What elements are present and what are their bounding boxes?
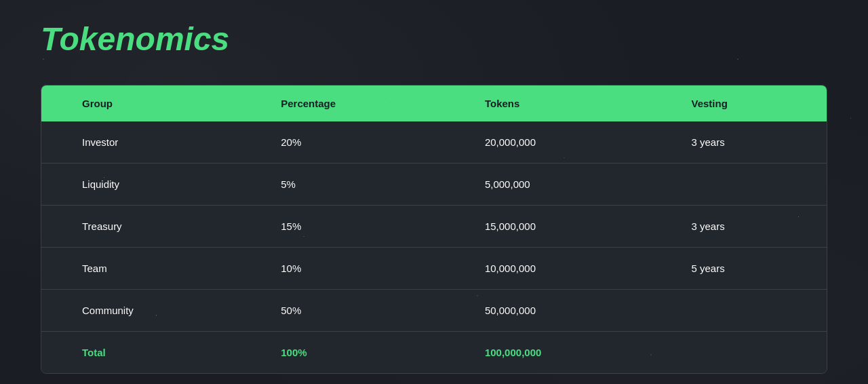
header-group: Group: [41, 85, 240, 121]
table-row: Investor20%20,000,0003 years: [41, 121, 827, 164]
cell-percentage: 50%: [240, 290, 444, 332]
cell-percentage: 20%: [240, 121, 444, 164]
table-header-row: Group Percentage Tokens Vesting: [41, 85, 827, 121]
header-vesting: Vesting: [650, 85, 827, 121]
cell-group: Team: [41, 248, 240, 290]
header-tokens: Tokens: [444, 85, 651, 121]
cell-group: Investor: [41, 121, 240, 164]
page-title: Tokenomics: [41, 20, 827, 58]
cell-tokens: 5,000,000: [444, 164, 651, 206]
cell-vesting: [650, 164, 827, 206]
total-cell-percentage: 100%: [240, 332, 444, 374]
header-percentage: Percentage: [240, 85, 444, 121]
cell-tokens: 15,000,000: [444, 206, 651, 248]
cell-percentage: 5%: [240, 164, 444, 206]
cell-vesting: [650, 290, 827, 332]
cell-tokens: 10,000,000: [444, 248, 651, 290]
cell-tokens: 50,000,000: [444, 290, 651, 332]
cell-percentage: 15%: [240, 206, 444, 248]
cell-group: Community: [41, 290, 240, 332]
table-row: Community50%50,000,000: [41, 290, 827, 332]
cell-percentage: 10%: [240, 248, 444, 290]
total-cell-tokens: 100,000,000: [444, 332, 651, 374]
total-cell-group: Total: [41, 332, 240, 374]
cell-group: Treasury: [41, 206, 240, 248]
tokenomics-table-container: Group Percentage Tokens Vesting Investor…: [41, 85, 827, 374]
tokenomics-table: Group Percentage Tokens Vesting Investor…: [41, 85, 827, 373]
table-row: Treasury15%15,000,0003 years: [41, 206, 827, 248]
table-row: Liquidity5%5,000,000: [41, 164, 827, 206]
table-row: Team10%10,000,0005 years: [41, 248, 827, 290]
cell-vesting: 3 years: [650, 206, 827, 248]
cell-tokens: 20,000,000: [444, 121, 651, 164]
total-cell-vesting: [650, 332, 827, 374]
cell-group: Liquidity: [41, 164, 240, 206]
cell-vesting: 5 years: [650, 248, 827, 290]
table-total-row: Total100%100,000,000: [41, 332, 827, 374]
cell-vesting: 3 years: [650, 121, 827, 164]
